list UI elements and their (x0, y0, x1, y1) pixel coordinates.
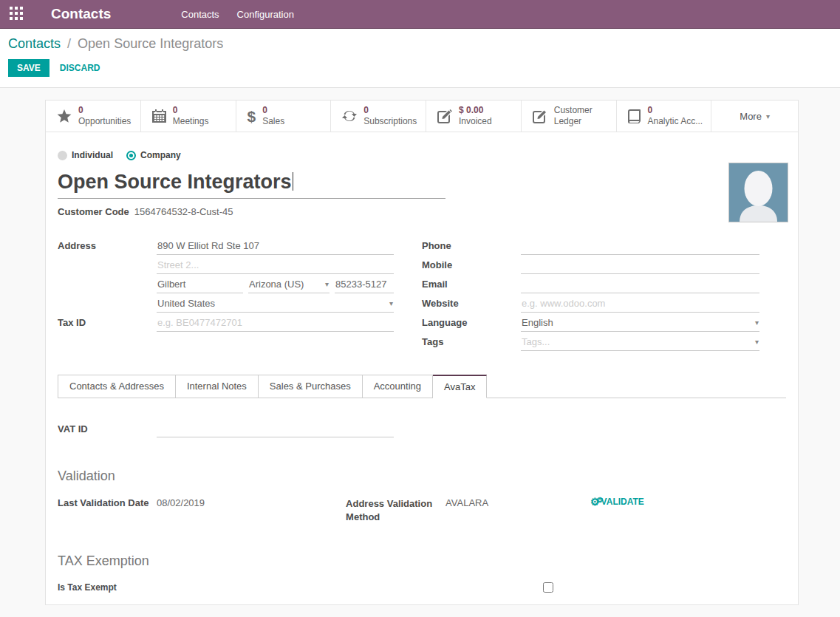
radio-individual[interactable]: Individual (58, 150, 113, 160)
apps-menu-button[interactable] (0, 0, 33, 28)
tab-sales-purchases[interactable]: Sales & Purchases (259, 375, 363, 398)
stat-button-analytic-accounts[interactable]: 0 Analytic Acc... (617, 100, 712, 132)
breadcrumb-contacts-link[interactable]: Contacts (8, 36, 61, 51)
language-select[interactable]: English ▾ (521, 315, 759, 332)
analytic-accounts-label: Analytic Acc... (648, 116, 703, 127)
street2-input[interactable] (157, 257, 394, 274)
save-button[interactable]: SAVE (8, 59, 49, 77)
tab-avatax[interactable]: AvaTax (433, 375, 487, 398)
stat-button-subscriptions[interactable]: 0 Subscriptions (331, 100, 426, 132)
country-select[interactable]: United States ▾ (157, 296, 394, 313)
vat-id-label: VAT ID (58, 420, 157, 434)
email-input[interactable] (521, 276, 759, 293)
phone-input[interactable] (521, 238, 759, 255)
customer-code-value: 1564764532-8-Cust-45 (134, 206, 233, 217)
stat-button-meetings[interactable]: 0 Meetings (141, 100, 236, 132)
validation-row: Last Validation Date 08/02/2019 Address … (58, 494, 786, 524)
cogs-icon: ⚙⚙ (590, 496, 601, 508)
language-label: Language (422, 317, 521, 332)
email-row: Email (422, 275, 759, 293)
state-select[interactable]: Arizona (US) ▾ (248, 276, 329, 293)
tags-label: Tags (422, 336, 521, 351)
right-column: Phone Mobile Email Website (422, 236, 759, 352)
tags-select[interactable]: Tags... ▾ (521, 334, 759, 351)
city-state-zip-row: Arizona (US) ▾ (58, 275, 394, 293)
chevron-down-icon: ▾ (325, 280, 329, 288)
tax-id-label: Tax ID (58, 317, 157, 332)
opportunities-count: 0 (78, 105, 131, 116)
tab-contacts-addresses[interactable]: Contacts & Addresses (58, 375, 176, 398)
validation-heading: Validation (58, 468, 786, 484)
phone-label: Phone (422, 240, 521, 255)
mobile-input[interactable] (521, 257, 759, 274)
website-label: Website (422, 298, 521, 313)
stat-button-sales[interactable]: $ 0 Sales (236, 100, 332, 132)
top-menu: Contacts Configuration (174, 4, 301, 24)
control-panel: Contacts / Open Source Integrators SAVE … (0, 29, 840, 88)
radio-company[interactable]: Company (126, 150, 181, 160)
customer-ledger-label-line1: Customer (554, 105, 593, 116)
meetings-count: 0 (173, 105, 209, 116)
country-row: United States ▾ (58, 294, 394, 313)
opportunities-label: Opportunities (78, 116, 131, 127)
dollar-icon: $ (247, 109, 256, 124)
tax-id-input[interactable] (157, 315, 394, 332)
address-validation-method-label: Address Validation Method (346, 494, 445, 524)
breadcrumb: Contacts / Open Source Integrators (8, 36, 832, 52)
tags-placeholder: Tags... (522, 336, 550, 347)
is-tax-exempt-checkbox[interactable] (543, 582, 553, 593)
chevron-down-icon: ▾ (755, 338, 759, 346)
radio-company-label: Company (140, 150, 181, 160)
discard-button[interactable]: DISCARD (60, 63, 100, 73)
record-sheet: 0 Opportunities 0 Meetings $ 0 Sales (45, 100, 799, 605)
email-label: Email (422, 279, 521, 293)
tab-internal-notes[interactable]: Internal Notes (176, 375, 259, 398)
street-input[interactable] (157, 238, 394, 255)
validate-label: VALIDATE (601, 497, 644, 507)
calendar-icon (152, 109, 166, 123)
avatar[interactable] (728, 163, 788, 222)
website-input[interactable] (521, 296, 759, 313)
subscriptions-count: 0 (363, 105, 417, 116)
customer-code-label: Customer Code (58, 206, 129, 217)
radio-company-circle (126, 151, 136, 160)
stat-button-customer-ledger[interactable]: Customer Ledger (522, 100, 617, 132)
radio-individual-label: Individual (72, 150, 113, 160)
field-columns: Address Arizona (US) ▾ (58, 236, 786, 352)
company-type-selector: Individual Company (58, 150, 786, 160)
stat-button-box: 0 Opportunities 0 Meetings $ 0 Sales (46, 100, 798, 132)
left-column: Address Arizona (US) ▾ (58, 236, 394, 352)
customer-code-row: Customer Code 1564764532-8-Cust-45 (58, 206, 786, 217)
form-view: 0 Opportunities 0 Meetings $ 0 Sales (0, 88, 840, 617)
menu-configuration[interactable]: Configuration (230, 4, 301, 24)
invoiced-amount: $ 0.00 (459, 105, 492, 116)
zip-input[interactable] (335, 276, 394, 293)
control-panel-buttons: SAVE DISCARD (8, 59, 832, 77)
chevron-down-icon: ▾ (766, 112, 770, 120)
vat-id-input[interactable] (157, 420, 394, 437)
mobile-label: Mobile (422, 259, 521, 274)
tax-id-row: Tax ID (58, 313, 394, 332)
phone-row: Phone (422, 236, 759, 255)
radio-individual-circle (58, 151, 67, 160)
record-name-field[interactable]: Open Source Integrators (58, 171, 445, 199)
tab-accounting[interactable]: Accounting (363, 375, 433, 398)
validate-button[interactable]: ⚙⚙ VALIDATE (590, 496, 644, 508)
breadcrumb-separator: / (67, 36, 71, 51)
customer-ledger-label-line2: Ledger (554, 116, 593, 127)
stat-button-opportunities[interactable]: 0 Opportunities (46, 100, 141, 132)
sheet-body: Individual Company Open Source Integrato… (46, 132, 798, 604)
more-dropdown-button[interactable]: More ▾ (711, 100, 798, 132)
record-name: Open Source Integrators (58, 171, 292, 193)
language-row: Language English ▾ (422, 313, 759, 332)
state-value: Arizona (US) (249, 279, 304, 290)
city-input[interactable] (157, 276, 243, 293)
notebook-tabs: Contacts & Addresses Internal Notes Sale… (58, 374, 786, 398)
menu-contacts[interactable]: Contacts (174, 4, 226, 24)
vat-id-row: VAT ID (58, 420, 786, 439)
chevron-down-icon: ▾ (755, 318, 759, 327)
stat-button-invoiced[interactable]: $ 0.00 Invoiced (426, 100, 522, 132)
tax-exemption-heading: TAX Exemption (58, 553, 786, 569)
address-label: Address (58, 240, 157, 255)
app-title: Contacts (51, 6, 111, 22)
